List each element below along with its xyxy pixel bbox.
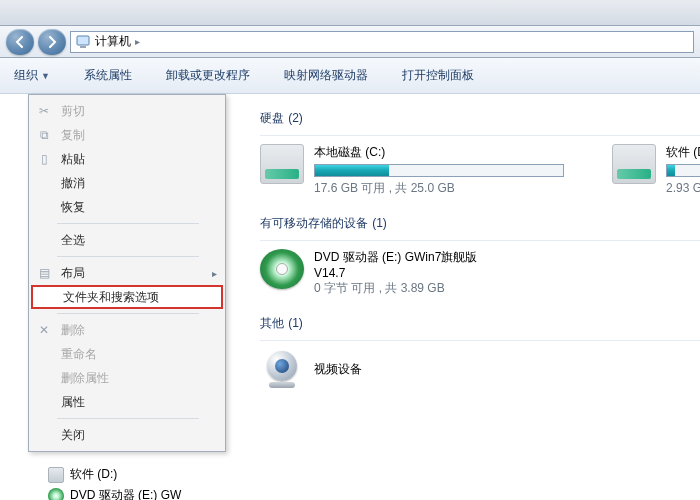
menu-remove-properties[interactable]: 删除属性	[31, 366, 223, 390]
clipboard-icon: ▯	[35, 152, 53, 166]
open-control-panel-button[interactable]: 打开控制面板	[396, 63, 480, 88]
drive-c-usage-bar	[314, 164, 564, 177]
dvd-version: V14.7	[314, 266, 477, 280]
menu-properties[interactable]: 属性	[31, 390, 223, 414]
dvd-drive[interactable]: DVD 驱动器 (E:) GWin7旗舰版 V14.7 0 字节 可用 , 共 …	[260, 249, 700, 297]
arrow-left-icon	[14, 36, 26, 48]
section-other-label: 其他	[260, 316, 284, 330]
webcam-icon	[260, 349, 304, 389]
menu-separator	[57, 256, 199, 257]
nav-back-button[interactable]	[6, 29, 34, 55]
menu-folder-search-options[interactable]: 文件夹和搜索选项	[31, 285, 223, 309]
section-hard-disks: 硬盘 (2)	[260, 108, 700, 127]
scissors-icon: ✂	[35, 104, 53, 118]
sidebar-item-dvd[interactable]: DVD 驱动器 (E:) GW	[48, 487, 181, 500]
address-bar[interactable]: 计算机 ▸	[70, 31, 694, 53]
drive-d-usage-bar	[666, 164, 700, 177]
arrow-right-icon	[46, 36, 58, 48]
layout-icon: ▤	[35, 266, 53, 280]
computer-icon	[75, 34, 91, 50]
section-removable: 有可移动存储的设备 (1)	[260, 213, 700, 232]
system-properties-button[interactable]: 系统属性	[78, 63, 138, 88]
sidebar-item-drive-d[interactable]: 软件 (D:)	[48, 466, 181, 483]
organize-label: 组织	[14, 67, 38, 84]
hard-disk-icon	[612, 144, 656, 184]
dvd-name: DVD 驱动器 (E:) GWin7旗舰版	[314, 249, 477, 266]
menu-separator	[57, 313, 199, 314]
menu-layout[interactable]: ▤ 布局 ▸	[31, 261, 223, 285]
drive-d-name: 软件 (D:)	[666, 144, 700, 161]
menu-rename[interactable]: 重命名	[31, 342, 223, 366]
drive-d[interactable]: 软件 (D:) 2.93 GB 可月	[612, 144, 700, 197]
video-device[interactable]: 视频设备	[260, 349, 700, 389]
hard-disk-icon	[48, 467, 64, 483]
section-other-count: (1)	[288, 316, 303, 330]
svg-rect-1	[80, 46, 86, 48]
menu-paste[interactable]: ▯ 粘贴	[31, 147, 223, 171]
nav-bar: 计算机 ▸	[0, 26, 700, 58]
menu-undo[interactable]: 撤消	[31, 171, 223, 195]
delete-icon: ✕	[35, 323, 53, 337]
section-other: 其他 (1)	[260, 313, 700, 332]
menu-separator	[57, 223, 199, 224]
uninstall-change-button[interactable]: 卸载或更改程序	[160, 63, 256, 88]
hard-disk-icon	[260, 144, 304, 184]
chevron-right-icon: ▸	[212, 268, 217, 279]
section-removable-label: 有可移动存储的设备	[260, 216, 368, 230]
titlebar	[0, 0, 700, 26]
section-hard-disks-label: 硬盘	[260, 111, 284, 125]
divider	[260, 240, 700, 241]
copy-icon: ⧉	[35, 128, 53, 142]
section-hard-disks-count: (2)	[288, 111, 303, 125]
divider	[260, 135, 700, 136]
menu-redo[interactable]: 恢复	[31, 195, 223, 219]
drive-d-sub: 2.93 GB 可月	[666, 180, 700, 197]
dvd-disc-icon	[48, 488, 64, 501]
organize-button[interactable]: 组织 ▼	[8, 63, 56, 88]
drive-c-name: 本地磁盘 (C:)	[314, 144, 564, 161]
menu-delete[interactable]: ✕ 删除	[31, 318, 223, 342]
sidebar-tree: 软件 (D:) DVD 驱动器 (E:) GW	[48, 466, 181, 500]
chevron-down-icon: ▼	[41, 71, 50, 81]
toolbar: 组织 ▼ 系统属性 卸载或更改程序 映射网络驱动器 打开控制面板	[0, 58, 700, 94]
breadcrumb-arrow-icon[interactable]: ▸	[135, 36, 140, 47]
video-device-name: 视频设备	[314, 349, 362, 378]
drive-c-sub: 17.6 GB 可用 , 共 25.0 GB	[314, 180, 564, 197]
drive-c[interactable]: 本地磁盘 (C:) 17.6 GB 可用 , 共 25.0 GB	[260, 144, 564, 197]
menu-copy[interactable]: ⧉ 复制	[31, 123, 223, 147]
menu-close[interactable]: 关闭	[31, 423, 223, 447]
divider	[260, 340, 700, 341]
menu-cut[interactable]: ✂ 剪切	[31, 99, 223, 123]
menu-separator	[57, 418, 199, 419]
organize-menu: ✂ 剪切 ⧉ 复制 ▯ 粘贴 撤消 恢复 全选 ▤ 布局 ▸ 文件夹和搜索选项 …	[28, 94, 226, 452]
nav-forward-button[interactable]	[38, 29, 66, 55]
dvd-disc-icon	[260, 249, 304, 289]
section-removable-count: (1)	[372, 216, 387, 230]
svg-rect-0	[77, 36, 89, 45]
menu-select-all[interactable]: 全选	[31, 228, 223, 252]
breadcrumb-root[interactable]: 计算机	[95, 33, 131, 50]
dvd-sub: 0 字节 可用 , 共 3.89 GB	[314, 280, 477, 297]
map-network-drive-button[interactable]: 映射网络驱动器	[278, 63, 374, 88]
